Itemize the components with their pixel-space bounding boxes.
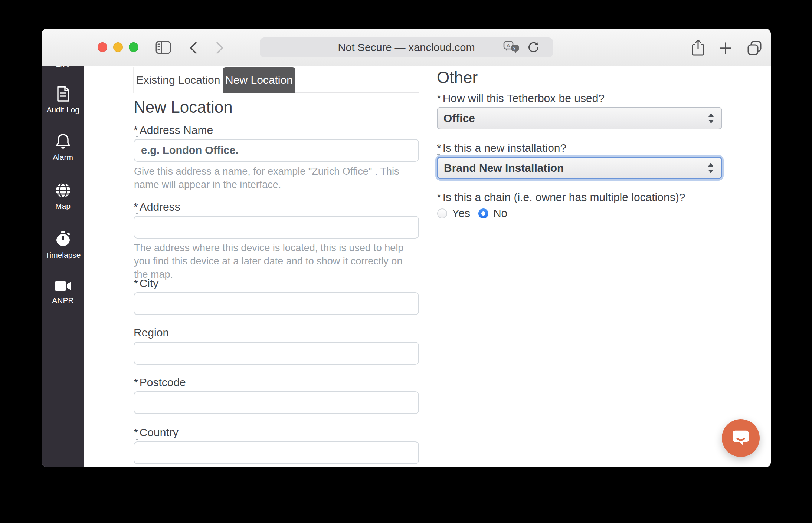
region-label: Region (134, 326, 169, 339)
svg-text:x: x (513, 46, 515, 51)
select-arrows-icon (707, 162, 714, 174)
reload-icon[interactable] (526, 40, 540, 55)
form-heading: New Location (134, 98, 233, 116)
tab-new-location[interactable]: New Location (223, 67, 295, 93)
address-bar[interactable]: Not Secure — xancloud.com A x (260, 37, 553, 57)
app-sidebar: Live Audit Log Alarm (42, 66, 84, 467)
share-icon[interactable] (690, 39, 706, 57)
svg-text:A: A (507, 43, 510, 49)
other-heading: Other (437, 68, 478, 87)
address-name-label: *Address Name (134, 124, 213, 136)
sidebar-item-timelapse[interactable]: Timelapse (42, 230, 84, 260)
country-input[interactable] (134, 441, 419, 464)
browser-window: Not Secure — xancloud.com A x (42, 29, 771, 467)
video-camera-icon (54, 279, 72, 293)
chain-radio-no[interactable] (478, 208, 488, 218)
sidebar-item-label: Timelapse (45, 251, 81, 260)
new-tab-icon[interactable] (719, 42, 732, 55)
installation-select[interactable]: Brand New Installation (437, 157, 722, 179)
address-label: *Address (134, 201, 180, 213)
chain-radio-group: Yes No (437, 207, 515, 220)
installation-select-value: Brand New Installation (444, 162, 564, 174)
chain-radio-no-label: No (493, 207, 507, 220)
forward-icon[interactable] (213, 41, 226, 55)
sidebar-item-label: Map (55, 202, 71, 211)
postcode-label: *Postcode (134, 376, 186, 389)
globe-icon (55, 182, 71, 198)
city-input[interactable] (134, 292, 419, 315)
stopwatch-icon (55, 230, 72, 247)
main-panel: Existing Location New Location New Locat… (84, 66, 771, 467)
address-name-help: Give this address a name, for example "Z… (134, 165, 412, 191)
usage-select[interactable]: Office (437, 107, 722, 129)
sidebar-item-map[interactable]: Map (42, 182, 84, 211)
back-icon[interactable] (187, 41, 200, 55)
page-content: Live Audit Log Alarm (42, 66, 771, 467)
document-icon (56, 86, 71, 102)
address-input[interactable] (134, 216, 419, 239)
browser-titlebar: Not Secure — xancloud.com A x (42, 29, 771, 66)
address-name-input[interactable] (134, 139, 419, 162)
tab-overview-icon[interactable] (746, 40, 763, 57)
postcode-input[interactable] (134, 391, 419, 414)
minimize-window-button[interactable] (113, 42, 123, 52)
sidebar-item-label: Alarm (53, 153, 73, 162)
bell-icon (55, 133, 71, 149)
address-help: The address where this device is located… (134, 241, 412, 281)
chat-bubble-icon (731, 429, 751, 447)
sidebar-toggle-icon[interactable] (155, 40, 172, 55)
sidebar-item-label: ANPR (52, 296, 73, 305)
intercom-chat-button[interactable] (722, 419, 760, 457)
city-label: *City (134, 277, 158, 290)
chain-radio-yes[interactable] (437, 208, 447, 218)
sidebar-item-label: Audit Log (46, 105, 79, 114)
sidebar-item-alarm[interactable]: Alarm (42, 133, 84, 162)
translate-icon[interactable]: A x (503, 40, 520, 55)
region-input[interactable] (134, 342, 419, 365)
usage-label: *How will this Tetherbox be used? (437, 92, 605, 105)
country-label: *Country (134, 426, 179, 439)
location-tabs: Existing Location New Location (133, 67, 295, 93)
sidebar-item-audit-log[interactable]: Audit Log (42, 86, 84, 114)
zoom-window-button[interactable] (129, 42, 138, 52)
tab-existing-location[interactable]: Existing Location (133, 67, 223, 93)
installation-label: *Is this a new installation? (437, 142, 566, 154)
select-arrows-icon (707, 112, 715, 124)
usage-select-value: Office (443, 112, 475, 125)
chain-radio-yes-label: Yes (452, 207, 470, 220)
chain-label: *Is this a chain (i.e. owner has multipl… (437, 191, 685, 204)
sidebar-item-anpr[interactable]: ANPR (42, 279, 84, 305)
close-window-button[interactable] (98, 42, 107, 52)
